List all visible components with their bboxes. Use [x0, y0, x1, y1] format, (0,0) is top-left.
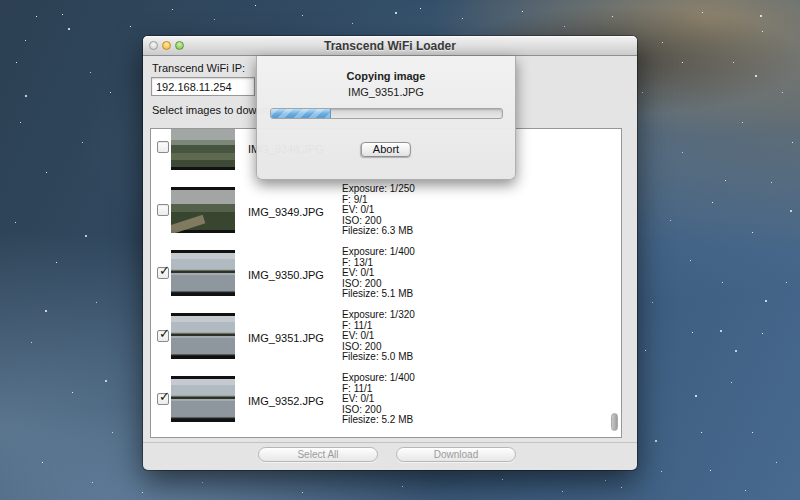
image-thumbnail — [171, 128, 235, 170]
image-filename: IMG_9351.JPG — [248, 332, 324, 344]
image-row: ✓ IMG_9351.JPG Exposure: 1/320F: 11/1EV:… — [151, 304, 621, 367]
bottom-separator — [143, 442, 637, 443]
desktop-background: { "window": { "title": "Transcend WiFi L… — [0, 0, 800, 500]
image-checkbox[interactable] — [157, 141, 169, 153]
image-details: Exposure: 1/400F: 11/1EV: 0/1ISO: 200Fil… — [342, 373, 415, 426]
abort-button[interactable]: Abort — [361, 142, 411, 157]
window-title: Transcend WiFi Loader — [143, 36, 637, 56]
image-checkbox[interactable]: ✓ — [157, 267, 169, 279]
image-row: ✓ IMG_9350.JPG Exposure: 1/400F: 13/1EV:… — [151, 241, 621, 304]
image-filename: IMG_9349.JPG — [248, 206, 324, 218]
image-thumbnail — [171, 250, 235, 296]
image-row: IMG_9349.JPG Exposure: 1/250F: 9/1EV: 0/… — [151, 178, 621, 241]
image-checkbox[interactable] — [157, 204, 169, 216]
progress-fill — [271, 109, 331, 118]
image-row: ✓ IMG_9352.JPG Exposure: 1/400F: 11/1EV:… — [151, 367, 621, 430]
image-details: Exposure: 1/250F: 9/1EV: 0/1ISO: 200File… — [342, 184, 415, 237]
checkmark-icon: ✓ — [159, 326, 170, 341]
dialog-title: Copying image — [257, 70, 515, 82]
image-details: Exposure: 1/320F: 11/1EV: 0/1ISO: 200Fil… — [342, 310, 415, 363]
title-bar[interactable]: Transcend WiFi Loader — [143, 36, 637, 56]
image-thumbnail — [171, 313, 235, 359]
image-filename: IMG_9350.JPG — [248, 269, 324, 281]
image-checkbox[interactable]: ✓ — [157, 330, 169, 342]
app-window: Transcend WiFi Loader Transcend WiFi IP:… — [143, 36, 637, 470]
progress-bar — [270, 108, 503, 119]
dialog-filename: IMG_9351.JPG — [257, 86, 515, 98]
image-filename: IMG_9352.JPG — [248, 395, 324, 407]
checkmark-icon: ✓ — [159, 263, 170, 278]
ip-input[interactable] — [151, 77, 255, 96]
starfield-large — [0, 0, 2, 2]
copying-dialog: Copying image IMG_9351.JPG Abort — [256, 56, 516, 180]
image-thumbnail — [171, 376, 235, 422]
download-button[interactable]: Download — [396, 447, 516, 462]
image-details: Exposure: 1/400F: 13/1EV: 0/1ISO: 200Fil… — [342, 247, 415, 300]
image-checkbox[interactable]: ✓ — [157, 393, 169, 405]
scrollbar-thumb[interactable] — [611, 413, 618, 431]
ip-label: Transcend WiFi IP: — [152, 62, 245, 74]
select-all-button[interactable]: Select All — [258, 447, 378, 462]
checkmark-icon: ✓ — [159, 389, 170, 404]
image-thumbnail — [171, 187, 235, 233]
